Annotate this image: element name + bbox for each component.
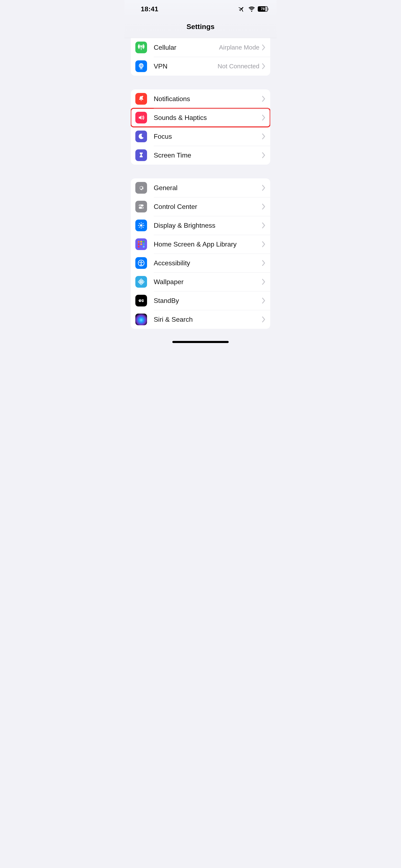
settings-row-vpn[interactable]: VPNNot Connected bbox=[131, 57, 270, 75]
airplane-mode-icon bbox=[239, 5, 246, 12]
settings-group-notifications: NotificationsSounds & HapticsFocusScreen… bbox=[131, 89, 270, 165]
settings-row-homescreen[interactable]: Home Screen & App Library bbox=[131, 235, 270, 254]
status-bar: 18:41 78 bbox=[124, 0, 277, 18]
home-indicator[interactable] bbox=[172, 341, 229, 343]
row-detail: Not Connected bbox=[218, 63, 259, 70]
antenna-icon bbox=[135, 41, 147, 53]
sun-icon bbox=[135, 220, 147, 231]
row-label: Screen Time bbox=[154, 151, 262, 159]
chevron-right-icon bbox=[262, 96, 265, 102]
globe-icon bbox=[135, 60, 147, 72]
chevron-right-icon bbox=[262, 63, 265, 69]
row-label: StandBy bbox=[154, 297, 262, 305]
settings-scroll[interactable]: CellularAirplane ModeVPNNot ConnectedNot… bbox=[124, 38, 277, 341]
settings-row-accessibility[interactable]: Accessibility bbox=[131, 254, 270, 272]
row-label: Display & Brightness bbox=[154, 222, 262, 229]
settings-group-network: CellularAirplane ModeVPNNot Connected bbox=[131, 38, 270, 75]
settings-row-standby[interactable]: StandBy bbox=[131, 291, 270, 310]
siri-icon bbox=[135, 314, 147, 325]
row-label: VPN bbox=[154, 62, 218, 70]
row-label: Notifications bbox=[154, 95, 262, 103]
row-label: General bbox=[154, 184, 262, 192]
accessibility-icon bbox=[135, 257, 147, 269]
flower-icon bbox=[135, 276, 147, 288]
chevron-right-icon bbox=[262, 298, 265, 304]
chevron-right-icon bbox=[262, 204, 265, 210]
chevron-right-icon bbox=[262, 152, 265, 158]
chevron-right-icon bbox=[262, 222, 265, 228]
row-label: Sounds & Haptics bbox=[154, 114, 262, 122]
moon-icon bbox=[135, 130, 147, 142]
speaker-icon bbox=[135, 112, 147, 123]
clock-card-icon bbox=[135, 295, 147, 307]
bell-icon bbox=[135, 93, 147, 105]
gear-icon bbox=[135, 182, 147, 194]
row-label: Home Screen & App Library bbox=[154, 241, 262, 248]
page-title: Settings bbox=[124, 23, 277, 31]
apps-grid-icon bbox=[135, 238, 147, 250]
row-label: Control Center bbox=[154, 203, 262, 211]
row-label: Wallpaper bbox=[154, 278, 262, 286]
status-indicators: 78 bbox=[239, 5, 268, 12]
settings-group-general: GeneralControl CenterDisplay & Brightnes… bbox=[131, 178, 270, 329]
chevron-right-icon bbox=[262, 133, 265, 140]
settings-row-cellular[interactable]: CellularAirplane Mode bbox=[131, 38, 270, 57]
chevron-right-icon bbox=[262, 185, 265, 191]
row-label: Cellular bbox=[154, 44, 219, 52]
row-detail: Airplane Mode bbox=[219, 44, 259, 51]
settings-row-siri[interactable]: Siri & Search bbox=[131, 310, 270, 329]
nav-header: Settings bbox=[124, 18, 277, 38]
status-time: 18:41 bbox=[141, 5, 158, 13]
chevron-right-icon bbox=[262, 241, 265, 247]
row-label: Accessibility bbox=[154, 259, 262, 267]
switches-icon bbox=[135, 201, 147, 213]
chevron-right-icon bbox=[262, 279, 265, 285]
settings-row-wallpaper[interactable]: Wallpaper bbox=[131, 272, 270, 291]
settings-row-notifications[interactable]: Notifications bbox=[131, 89, 270, 108]
chevron-right-icon bbox=[262, 316, 265, 322]
settings-row-focus[interactable]: Focus bbox=[131, 127, 270, 146]
chevron-right-icon bbox=[262, 44, 265, 50]
hourglass-icon bbox=[135, 149, 147, 161]
settings-row-screentime[interactable]: Screen Time bbox=[131, 146, 270, 165]
chevron-right-icon bbox=[262, 115, 265, 121]
settings-row-controlcenter[interactable]: Control Center bbox=[131, 197, 270, 216]
row-label: Focus bbox=[154, 133, 262, 141]
settings-row-display[interactable]: Display & Brightness bbox=[131, 216, 270, 235]
settings-row-sounds[interactable]: Sounds & Haptics bbox=[131, 108, 270, 127]
battery-percent: 78 bbox=[261, 7, 265, 11]
battery-indicator: 78 bbox=[258, 6, 268, 12]
settings-row-general[interactable]: General bbox=[131, 178, 270, 197]
chevron-right-icon bbox=[262, 260, 265, 266]
row-label: Siri & Search bbox=[154, 316, 262, 323]
wifi-icon bbox=[249, 6, 255, 12]
